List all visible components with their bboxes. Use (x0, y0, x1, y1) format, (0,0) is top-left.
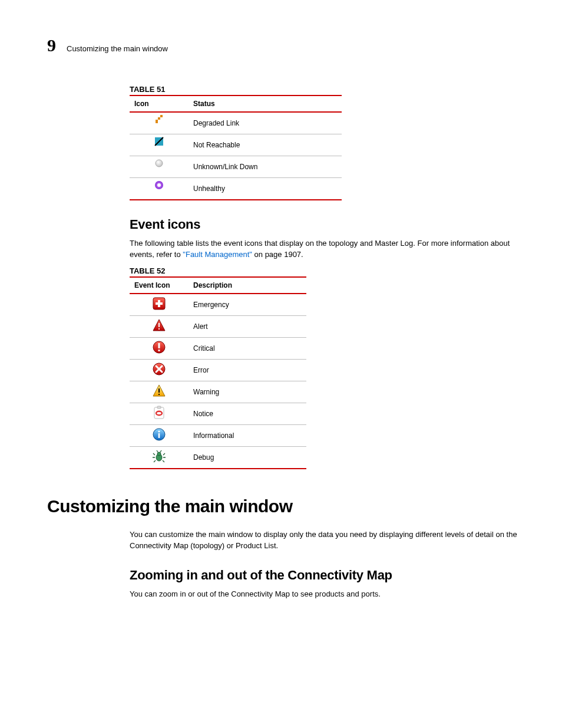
status-cell: Degraded Link (189, 112, 342, 134)
alert-icon (151, 318, 167, 335)
zoom-paragraph: You can zoom in or out of the Connectivi… (130, 589, 527, 600)
para-text-post: on page 1907. (252, 250, 303, 259)
table52-label: TABLE 52 (130, 266, 527, 275)
unhealthy-icon (151, 180, 167, 197)
desc-cell: Warning (189, 381, 306, 403)
event-icons-paragraph: The following table lists the event icon… (130, 238, 527, 261)
warning-icon (151, 384, 167, 400)
table-row: Debug (130, 446, 306, 469)
table-row: Error (130, 359, 306, 381)
chapter-number: 9 (47, 35, 56, 55)
table-row: Emergency (130, 294, 306, 316)
table-row: Degraded Link (130, 112, 342, 134)
status-cell: Not Reachable (189, 134, 342, 156)
zoom-heading: Zooming in and out of the Connectivity M… (130, 568, 527, 583)
status-cell: Unknown/Link Down (189, 156, 342, 178)
table51-label: TABLE 51 (130, 85, 527, 94)
customizing-heading: Customizing the main window (47, 496, 527, 516)
unknown-link-down-icon (151, 159, 167, 175)
table52: Event Icon Description Emergency Alert C… (130, 276, 306, 469)
table-row: Alert (130, 315, 306, 337)
critical-icon (151, 340, 167, 357)
desc-cell: Error (189, 359, 306, 381)
running-head-text: Customizing the main window (67, 44, 168, 53)
status-cell: Unhealthy (189, 178, 342, 200)
not-reachable-icon (151, 137, 167, 153)
table52-header-description: Description (189, 277, 306, 294)
table-row: Unknown/Link Down (130, 156, 342, 178)
informational-icon (151, 427, 167, 444)
debug-icon (151, 449, 167, 466)
desc-cell: Emergency (189, 294, 306, 316)
error-icon (151, 362, 167, 378)
table-row: Warning (130, 381, 306, 403)
desc-cell: Informational (189, 424, 306, 446)
table51-header-status: Status (189, 95, 342, 112)
fault-management-link[interactable]: "Fault Management" (183, 250, 252, 259)
table-row: Informational (130, 424, 306, 446)
table51: Icon Status Degraded Link Not Reachable … (130, 95, 342, 200)
desc-cell: Alert (189, 315, 306, 337)
table-row: Not Reachable (130, 134, 342, 156)
table51-header-icon: Icon (130, 95, 189, 112)
desc-cell: Debug (189, 446, 306, 469)
table52-header-eventicon: Event Icon (130, 277, 189, 294)
table-row: Unhealthy (130, 178, 342, 200)
customizing-paragraph: You can customize the main window to dis… (130, 529, 527, 552)
table-row: Critical (130, 337, 306, 359)
desc-cell: Notice (189, 403, 306, 424)
degraded-link-icon (151, 115, 167, 131)
running-header: 9 Customizing the main window (47, 35, 527, 55)
table-row: Notice (130, 403, 306, 424)
event-icons-heading: Event icons (130, 217, 527, 232)
emergency-icon (151, 297, 167, 313)
notice-icon (151, 406, 167, 422)
desc-cell: Critical (189, 337, 306, 359)
